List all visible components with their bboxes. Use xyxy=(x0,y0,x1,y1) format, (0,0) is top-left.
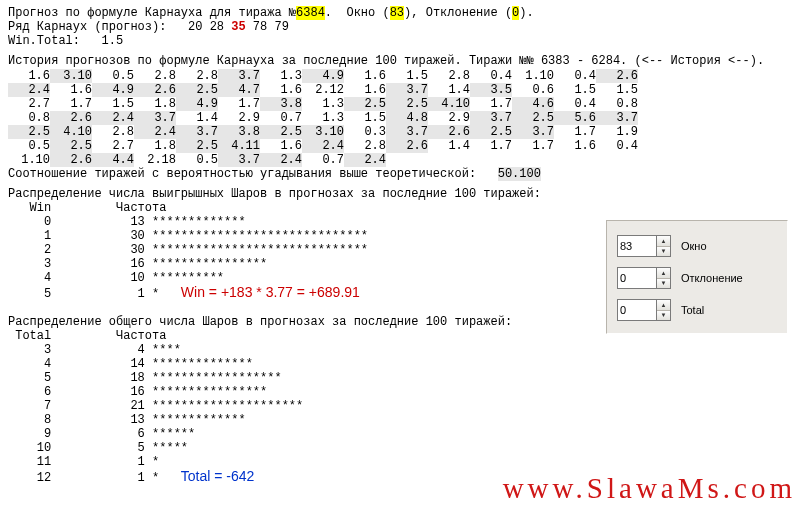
list-item: 11 1 * xyxy=(8,455,802,469)
window-spinner[interactable]: ▲ ▼ xyxy=(617,235,671,257)
history-cell: 1.7 xyxy=(512,139,554,153)
history-cell: 0.4 xyxy=(554,69,596,83)
history-cell: 3.7 xyxy=(512,125,554,139)
history-cell: 0.5 xyxy=(176,153,218,167)
table-row: 2.41.64.92.62.54.71.62.121.63.71.43.50.6… xyxy=(8,83,638,97)
total-label: Total xyxy=(681,304,704,316)
history-cell: 4.10 xyxy=(50,125,92,139)
history-cell: 2.5 xyxy=(50,139,92,153)
history-cell: 1.6 xyxy=(344,83,386,97)
history-cell: 0.7 xyxy=(302,153,344,167)
history-cell: 1.5 xyxy=(92,97,134,111)
history-cell: 1.10 xyxy=(8,153,50,167)
history-cell: 2.6 xyxy=(50,153,92,167)
deviation-down-button[interactable]: ▼ xyxy=(657,279,670,289)
history-cell: 4.7 xyxy=(218,83,260,97)
history-cell: 2.5 xyxy=(176,139,218,153)
history-cell: 1.6 xyxy=(50,83,92,97)
history-cell: 0.4 xyxy=(554,97,596,111)
win-total-line: Win.Total: 1.5 xyxy=(8,34,802,48)
history-cell: 2.5 xyxy=(386,97,428,111)
history-cell: 1.5 xyxy=(554,83,596,97)
history-cell: 2.4 xyxy=(260,153,302,167)
dist-total-list: 3 4 **** 4 14 ************** 5 18 ******… xyxy=(8,343,802,485)
history-cell: 0.8 xyxy=(8,111,50,125)
history-cell: 2.4 xyxy=(8,83,50,97)
history-cell: 4.9 xyxy=(302,69,344,83)
history-cell: 5.6 xyxy=(554,111,596,125)
history-cell: 1.7 xyxy=(50,97,92,111)
history-cell: 2.6 xyxy=(386,139,428,153)
history-cell: 0.6 xyxy=(512,83,554,97)
history-cell: 3.10 xyxy=(302,125,344,139)
history-cell: 3.7 xyxy=(386,125,428,139)
history-cell: 1.7 xyxy=(554,125,596,139)
history-cell xyxy=(386,153,428,167)
history-cell: 2.8 xyxy=(344,139,386,153)
history-cell: 3.5 xyxy=(470,83,512,97)
history-cell: 1.3 xyxy=(302,97,344,111)
history-cell: 2.4 xyxy=(344,153,386,167)
deviation-up-button[interactable]: ▲ xyxy=(657,268,670,279)
history-cell: 1.6 xyxy=(260,83,302,97)
history-cell: 3.7 xyxy=(218,153,260,167)
history-cell: 2.6 xyxy=(134,83,176,97)
history-cell: 1.4 xyxy=(176,111,218,125)
forecast-n4: 78 xyxy=(253,20,267,34)
history-cell: 2.5 xyxy=(344,97,386,111)
title-prefix1: Прогноз по формуле Карнауха для тиража № xyxy=(8,6,296,20)
history-cell: 0.4 xyxy=(596,139,638,153)
history-cell: 1.7 xyxy=(218,97,260,111)
history-cell: 3.7 xyxy=(176,125,218,139)
history-cell: 0.8 xyxy=(596,97,638,111)
history-cell: 4.11 xyxy=(218,139,260,153)
history-cell: 2.5 xyxy=(512,111,554,125)
history-cell: 1.8 xyxy=(134,97,176,111)
total-input[interactable] xyxy=(618,300,656,320)
window-up-button[interactable]: ▲ xyxy=(657,236,670,247)
history-cell: 3.7 xyxy=(218,69,260,83)
panel-row-deviation: ▲ ▼ Отклонение xyxy=(617,267,777,289)
history-cell: 2.5 xyxy=(176,83,218,97)
window-down-button[interactable]: ▼ xyxy=(657,247,670,257)
match-prefix: Соотношение тиражей с вероятностью угады… xyxy=(8,167,498,181)
history-table: 1.63.100.52.82.83.71.34.91.61.52.80.41.1… xyxy=(8,69,638,167)
history-cell: 1.4 xyxy=(428,139,470,153)
history-cell: 4.8 xyxy=(386,111,428,125)
history-cell: 0.5 xyxy=(8,139,50,153)
table-row: 0.52.52.71.82.54.111.62.42.82.61.41.71.7… xyxy=(8,139,638,153)
deviation-input[interactable] xyxy=(618,268,656,288)
match-line: Соотношение тиражей с вероятностью угады… xyxy=(8,167,802,181)
panel-row-total: ▲ ▼ Total xyxy=(617,299,777,321)
history-cell: 2.7 xyxy=(8,97,50,111)
list-item: 3 4 **** xyxy=(8,343,802,357)
history-cell: 2.8 xyxy=(428,69,470,83)
history-cell: 2.5 xyxy=(470,125,512,139)
history-cell: 1.5 xyxy=(596,83,638,97)
win-formula: Win = +183 * 3.77 = +689.91 xyxy=(181,284,360,300)
total-spinner[interactable]: ▲ ▼ xyxy=(617,299,671,321)
history-cell: 1.5 xyxy=(344,111,386,125)
history-cell xyxy=(428,153,470,167)
history-cell: 1.6 xyxy=(344,69,386,83)
total-up-button[interactable]: ▲ xyxy=(657,300,670,311)
history-cell: 3.7 xyxy=(596,111,638,125)
list-item: 8 13 ************* xyxy=(8,413,802,427)
history-cell: 1.4 xyxy=(428,83,470,97)
dist-win-header: Распределение числа выигрышных Шаров в п… xyxy=(8,187,802,201)
history-cell: 2.8 xyxy=(134,69,176,83)
history-cell: 2.7 xyxy=(92,139,134,153)
table-row: 2.54.102.82.43.73.82.53.100.33.72.62.53.… xyxy=(8,125,638,139)
history-cell: 1.3 xyxy=(302,111,344,125)
forecast-n2: 28 xyxy=(210,20,224,34)
forecast-row: Ряд Карнаух (прогноз): 20 28 35 78 79 xyxy=(8,20,802,34)
forecast-label: Ряд Карнаух (прогноз): xyxy=(8,20,188,34)
total-down-button[interactable]: ▼ xyxy=(657,311,670,321)
deviation-spinner[interactable]: ▲ ▼ xyxy=(617,267,671,289)
history-cell: 2.6 xyxy=(428,125,470,139)
panel-row-window: ▲ ▼ Окно xyxy=(617,235,777,257)
history-cell: 1.7 xyxy=(470,97,512,111)
total-formula: Total = -642 xyxy=(181,468,255,484)
history-cell: 2.4 xyxy=(134,125,176,139)
window-input[interactable] xyxy=(618,236,656,256)
